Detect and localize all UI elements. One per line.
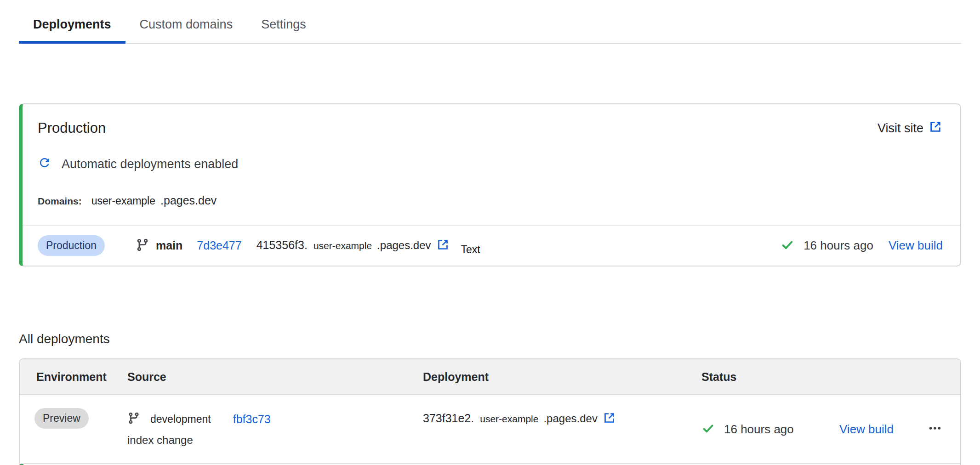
column-header-source: Source	[127, 370, 423, 384]
tab-settings[interactable]: Settings	[247, 10, 320, 44]
deployments-table: Environment Source Deployment Status Pre…	[19, 358, 961, 465]
tab-bar: Deployments Custom domains Settings	[19, 0, 961, 44]
deployment-url-name: user-example	[313, 240, 372, 251]
column-header-status: Status	[701, 370, 839, 384]
branch-name: main	[156, 239, 182, 252]
production-card-info: Production Visit site	[23, 104, 960, 225]
deployment-url-suffix: .pages.dev	[543, 412, 597, 425]
check-icon	[781, 238, 794, 254]
ellipsis-icon	[928, 421, 942, 437]
external-link-icon	[929, 120, 942, 136]
deployment-url-prefix: 373f31e2.	[423, 412, 474, 425]
environment-badge: Preview	[34, 408, 89, 429]
table-header-row: Environment Source Deployment Status	[20, 359, 960, 395]
view-build-link[interactable]: View build	[889, 238, 943, 253]
deployment-url-link[interactable]: 373f31e2. user-example .pages.dev	[423, 412, 701, 426]
production-deployment-row: Production main 7d3e477 415356f3. user-e…	[23, 226, 960, 266]
production-card: Production Visit site	[19, 103, 961, 267]
commit-message: Text	[461, 244, 480, 256]
git-branch-icon	[127, 412, 140, 426]
deployment-status: 16 hours ago	[701, 408, 839, 447]
view-build-link[interactable]: View build	[839, 422, 894, 437]
domain-name: user-example	[91, 195, 155, 207]
refresh-icon	[38, 156, 51, 173]
deployment-url-link[interactable]: 415356f3. user-example .pages.dev	[256, 238, 449, 253]
column-header-environment: Environment	[20, 370, 127, 384]
deployment-time: 16 hours ago	[803, 238, 873, 253]
visit-site-label: Visit site	[877, 121, 923, 136]
all-deployments-title: All deployments	[19, 332, 961, 346]
pages-project-page: Deployments Custom domains Settings Prod…	[0, 0, 980, 465]
visit-site-link[interactable]: Visit site	[877, 120, 942, 136]
overflow-menu-button[interactable]	[925, 418, 945, 440]
table-row: Preview development fbf3c73 index change…	[20, 395, 960, 464]
external-link-icon	[603, 412, 615, 426]
deployment-url-suffix: .pages.dev	[377, 239, 431, 252]
tab-deployments[interactable]: Deployments	[19, 10, 125, 44]
commit-hash-link[interactable]: 7d3e477	[197, 239, 241, 252]
auto-deployments-text: Automatic deployments enabled	[62, 157, 238, 171]
git-branch-icon	[136, 238, 149, 254]
production-card-title: Production	[38, 120, 106, 136]
deployment-url-name: user-example	[480, 414, 538, 425]
deployment-status: 16 hours ago View build	[781, 238, 943, 254]
commit-hash-link[interactable]: fbf3c73	[233, 413, 271, 426]
domains-label: Domains:	[38, 196, 82, 207]
environment-badge: Production	[38, 235, 105, 256]
branch-name: development	[150, 413, 211, 425]
tab-custom-domains[interactable]: Custom domains	[125, 10, 247, 44]
deployment-url-prefix: 415356f3.	[256, 238, 308, 252]
check-icon	[701, 422, 715, 437]
domain-suffix: .pages.dev	[160, 194, 217, 207]
deployment-time: 16 hours ago	[724, 422, 794, 437]
commit-message: index change	[127, 434, 423, 447]
column-header-deployment: Deployment	[423, 370, 701, 384]
external-link-icon	[437, 238, 449, 253]
